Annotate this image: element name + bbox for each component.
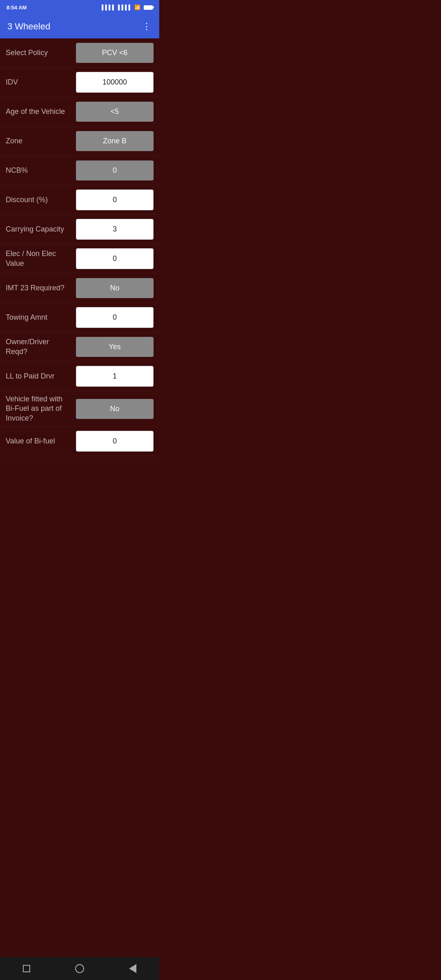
menu-button[interactable]: ⋮ — [142, 21, 152, 32]
dropdown-button-12[interactable]: No — [76, 399, 154, 419]
form-label-1: IDV — [6, 78, 76, 87]
status-time: 8:54 AM — [7, 4, 27, 11]
signal-icon: ▌▌▌▌ — [102, 4, 116, 10]
form-label-3: Zone — [6, 136, 76, 146]
form-row: NCB%0 — [0, 156, 159, 185]
dropdown-button-2[interactable]: <5 — [76, 102, 154, 122]
wifi-icon: 📶 — [134, 4, 140, 10]
form-label-7: Elec / Non Elec Value — [6, 249, 76, 268]
input-field-13[interactable] — [76, 431, 154, 452]
dropdown-button-3[interactable]: Zone B — [76, 131, 154, 151]
input-field-11[interactable] — [76, 366, 154, 387]
input-field-1[interactable] — [76, 72, 154, 93]
form-row: Towing Amnt — [0, 303, 159, 332]
form-label-11: LL to Paid Drvr — [6, 372, 76, 381]
form-label-5: Discount (%) — [6, 195, 76, 205]
status-icons: ▌▌▌▌ ▌▌▌▌ 📶 — [102, 4, 153, 10]
battery-icon — [144, 5, 153, 10]
form-label-9: Towing Amnt — [6, 313, 76, 322]
form-row: Select PolicyPCV <6 — [0, 38, 159, 68]
form-label-2: Age of the Vehicle — [6, 107, 76, 116]
form-label-10: Owner/Driver Reqd? — [6, 337, 76, 356]
signal2-icon: ▌▌▌▌ — [118, 4, 132, 10]
form-row: IDV — [0, 68, 159, 97]
dropdown-button-10[interactable]: Yes — [76, 337, 154, 357]
form-row: Value of Bi-fuel — [0, 427, 159, 456]
dropdown-button-0[interactable]: PCV <6 — [76, 43, 154, 63]
input-field-7[interactable] — [76, 248, 154, 269]
app-title: 3 Wheeled — [7, 21, 50, 32]
form-row: Discount (%) — [0, 185, 159, 215]
form-label-8: IMT 23 Required? — [6, 283, 76, 293]
form-row: LL to Paid Drvr — [0, 362, 159, 391]
form-row: Carrying Capacity — [0, 215, 159, 244]
form-label-6: Carrying Capacity — [6, 225, 76, 234]
status-bar: 8:54 AM ▌▌▌▌ ▌▌▌▌ 📶 — [0, 0, 159, 15]
input-field-9[interactable] — [76, 307, 154, 328]
dropdown-button-8[interactable]: No — [76, 278, 154, 298]
form-label-12: Vehicle fitted with Bi-Fuel as part of I… — [6, 394, 76, 423]
form-label-4: NCB% — [6, 166, 76, 175]
form-label-13: Value of Bi-fuel — [6, 437, 76, 446]
form-row: Vehicle fitted with Bi-Fuel as part of I… — [0, 391, 159, 427]
dropdown-button-4[interactable]: 0 — [76, 160, 154, 180]
app-bar: 3 Wheeled ⋮ — [0, 15, 159, 38]
form-container: Select PolicyPCV <6IDVAge of the Vehicle… — [0, 38, 159, 489]
input-field-6[interactable] — [76, 219, 154, 240]
input-field-5[interactable] — [76, 189, 154, 210]
form-label-0: Select Policy — [6, 48, 76, 58]
form-row: Elec / Non Elec Value — [0, 244, 159, 274]
form-row: Owner/Driver Reqd?Yes — [0, 332, 159, 362]
form-row: Age of the Vehicle<5 — [0, 97, 159, 127]
form-row: IMT 23 Required?No — [0, 274, 159, 303]
form-row: ZoneZone B — [0, 127, 159, 156]
